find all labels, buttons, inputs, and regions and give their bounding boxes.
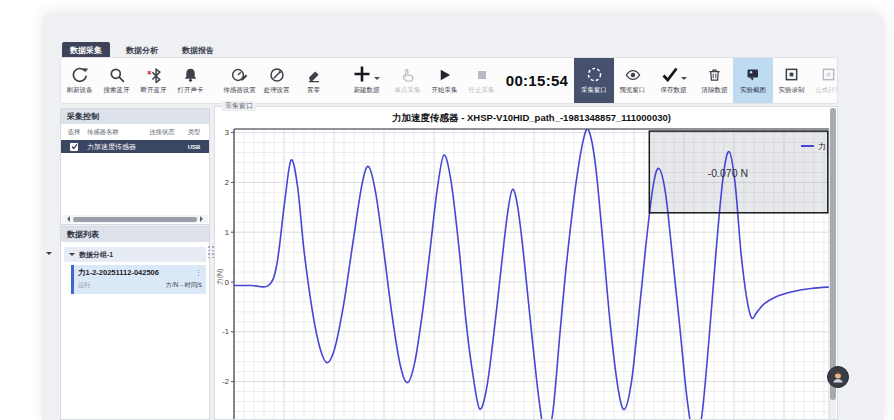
formula-calc-button[interactable]: 公式计算 — [810, 58, 838, 103]
experiment-snapshot-button[interactable]: 实验截图 — [733, 58, 773, 103]
button-label: 传感器设置 — [223, 86, 256, 95]
sidebar-collapse-arrow[interactable] — [46, 252, 52, 258]
experiment-record-button[interactable]: 实验录制 — [773, 58, 810, 103]
collect-window-button[interactable]: 采集窗口 — [574, 58, 614, 103]
svg-text:-0.070 N: -0.070 N — [708, 167, 748, 179]
button-label: 停止采集 — [469, 86, 495, 95]
button-label: 实验录制 — [779, 86, 805, 95]
button-label: 实验截图 — [740, 86, 766, 95]
button-label: 采集窗口 — [581, 86, 607, 95]
button-label: 处理设置 — [264, 86, 290, 95]
search-icon — [109, 66, 125, 83]
item-status: 运行 — [78, 281, 91, 290]
col-type: 类型 — [181, 128, 207, 137]
button-label: 公式计算 — [816, 86, 839, 95]
new-data-button[interactable]: 新建数据 — [344, 58, 389, 103]
scrollbar-thumb[interactable] — [830, 108, 836, 400]
eraser-icon — [306, 66, 322, 83]
svg-text:2: 2 — [225, 178, 229, 187]
force-time-chart[interactable]: 3210-1-2力(N)-0.070 N力力加速度传感器 - XHSP-V10H… — [215, 107, 837, 419]
button-label: 断开蓝牙 — [141, 86, 167, 95]
refresh-device-button[interactable]: 刷新设备 — [61, 58, 98, 103]
svg-text:1: 1 — [225, 228, 229, 237]
svg-text:3: 3 — [225, 128, 229, 137]
svg-text:0: 0 — [225, 278, 229, 287]
sensor-gauge-icon — [231, 66, 248, 83]
eye-icon — [625, 66, 641, 83]
plus-icon — [353, 65, 371, 84]
panel-title: 采集控制 — [61, 109, 209, 124]
button-label: 刷新设备 — [67, 86, 93, 95]
button-label: 开始采集 — [432, 86, 458, 95]
data-list-item[interactable]: 力1-2-20251112-042506 ⋮ 运行 力/N－时间/s — [71, 265, 206, 294]
edit-circle-icon — [269, 66, 285, 83]
collect-control-panel: 采集控制 选择 传感器名称 连接状态 类型 力加速度传感器 USB — [60, 108, 210, 225]
clear-data-button[interactable]: 清除数据 — [696, 58, 733, 103]
check-icon — [661, 66, 678, 83]
trash-icon — [707, 66, 722, 83]
kebab-menu-icon[interactable]: ⋮ — [195, 269, 202, 277]
save-data-button[interactable]: 保存数据 — [651, 58, 696, 103]
button-label: 预览窗口 — [620, 86, 646, 95]
expand-arrow-icon[interactable] — [69, 253, 75, 259]
person-avatar-icon — [831, 370, 845, 384]
group-label: 数据分组-1 — [79, 250, 113, 260]
svg-text:力: 力 — [818, 142, 826, 151]
svg-text:力(N): 力(N) — [216, 269, 224, 286]
stop-collect-button[interactable]: 停止采集 — [463, 58, 500, 103]
snapshot-icon — [745, 66, 761, 83]
col-select: 选择 — [61, 128, 87, 137]
svg-text:-1: -1 — [222, 327, 229, 336]
preview-window-button[interactable]: 预览窗口 — [614, 58, 651, 103]
timer-display: 00:15:54 — [500, 58, 574, 103]
button-label: 打开声卡 — [178, 86, 204, 95]
toolbar: 刷新设备 搜索蓝牙 断开蓝牙 打开声卡 传感器设置 处理设置 置零 新建数据 — [60, 57, 838, 104]
scroll-left-arrow-icon[interactable] — [64, 216, 70, 222]
sensor-row-selected[interactable]: 力加速度传感器 USB — [61, 140, 209, 153]
button-label: 搜索蓝牙 — [104, 86, 130, 95]
formula-icon — [821, 66, 836, 83]
button-label: 置零 — [307, 86, 320, 95]
assistant-avatar-button[interactable] — [827, 366, 849, 388]
data-list-panel: 数据列表 数据分组-1 力1-2-20251112-042506 ⋮ 运行 力/… — [60, 226, 210, 420]
sensor-type: USB — [181, 144, 207, 150]
horizontal-scrollbar[interactable] — [62, 215, 208, 223]
col-connect-status: 连接状态 — [143, 128, 181, 137]
open-soundcard-button[interactable]: 打开声卡 — [172, 58, 209, 103]
data-group-row[interactable]: 数据分组-1 — [64, 247, 206, 262]
set-zero-button[interactable]: 置零 — [295, 58, 332, 103]
col-sensor-name: 传感器名称 — [87, 128, 143, 137]
chevron-down-icon[interactable] — [374, 77, 380, 83]
button-label: 清除数据 — [702, 86, 728, 95]
sensor-checkbox[interactable] — [70, 143, 78, 151]
scroll-right-arrow-icon[interactable] — [200, 216, 206, 222]
record-icon — [784, 66, 799, 83]
scrollbar-thumb[interactable] — [73, 217, 197, 222]
button-label: 新建数据 — [354, 86, 380, 95]
collect-window-chart-panel[interactable]: 3210-1-2力(N)-0.070 N力力加速度传感器 - XHSP-V10H… — [214, 106, 838, 420]
sensor-name: 力加速度传感器 — [87, 142, 143, 152]
button-label: 保存数据 — [661, 86, 687, 95]
sensor-settings-button[interactable]: 传感器设置 — [221, 58, 258, 103]
sensor-table-header: 选择 传感器名称 连接状态 类型 — [61, 124, 209, 140]
item-axes: 力/N－时间/s — [166, 281, 202, 290]
chart-groupbox-label: 采集窗口 — [222, 101, 256, 111]
search-bluetooth-button[interactable]: 搜索蓝牙 — [98, 58, 135, 103]
process-settings-button[interactable]: 处理设置 — [258, 58, 295, 103]
dashed-circle-icon — [586, 66, 603, 83]
bluetooth-disconnect-icon — [146, 66, 162, 83]
play-icon — [437, 66, 452, 83]
svg-text:-2: -2 — [222, 377, 229, 386]
stop-icon — [475, 66, 489, 83]
panel-title: 数据列表 — [61, 227, 209, 242]
hand-point-icon — [400, 66, 415, 83]
app-window: 数据采集 数据分析 数据报告 刷新设备 搜索蓝牙 断开蓝牙 打开声卡 传感器设置… — [0, 0, 894, 420]
refresh-icon — [72, 66, 88, 83]
start-collect-button[interactable]: 开始采集 — [426, 58, 463, 103]
svg-text:力加速度传感器 - XHSP-V10HID_path_-19: 力加速度传感器 - XHSP-V10HID_path_-1981348857_1… — [391, 112, 671, 123]
chevron-down-icon[interactable] — [681, 77, 687, 83]
disconnect-bluetooth-button[interactable]: 断开蓝牙 — [135, 58, 172, 103]
bell-icon — [183, 66, 198, 83]
item-title: 力1-2-20251112-042506 — [78, 268, 159, 278]
single-point-collect-button[interactable]: 单点采集 — [389, 58, 426, 103]
